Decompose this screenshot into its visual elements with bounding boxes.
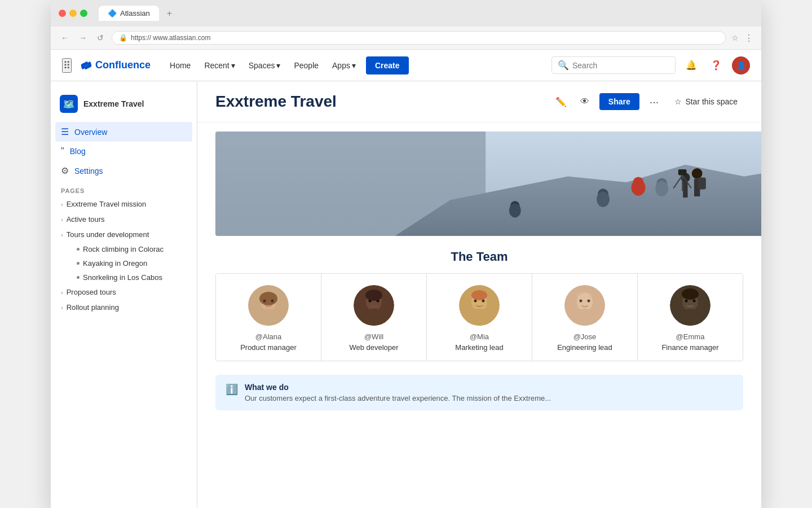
bullet-icon	[77, 248, 80, 251]
blog-icon: "	[61, 146, 64, 156]
info-text: Our customers expect a first-class adven…	[245, 394, 551, 402]
team-handle-emma: @Emma	[676, 332, 705, 341]
svg-rect-5	[678, 169, 687, 175]
team-role-alana: Product manager	[240, 343, 297, 352]
svg-point-49	[693, 300, 696, 303]
search-input[interactable]	[572, 61, 669, 70]
hero-image	[215, 132, 761, 236]
nav-recent[interactable]: Recent ▾	[198, 56, 240, 75]
address-bar[interactable]: 🔒 https:// www.atlassian.com	[112, 31, 726, 45]
more-options-button[interactable]: ···	[645, 93, 664, 111]
page-label: Active tours	[67, 215, 105, 224]
svg-point-37	[482, 300, 485, 303]
sidebar-nav: ☰ Overview " Blog ⚙ Settings	[51, 122, 197, 181]
page-label: Rollout planning	[67, 303, 119, 312]
svg-point-36	[474, 300, 477, 303]
nav-spaces[interactable]: Spaces ▾	[243, 56, 286, 75]
content-header: Exxtreme Travel ✏️ 👁 Share ··· ☆ Star th…	[197, 81, 761, 122]
page-label: Tours under development	[67, 230, 149, 239]
forward-button[interactable]: →	[77, 32, 89, 43]
space-name: Exxtreme Travel	[83, 99, 144, 108]
team-role-mia: Marketing lead	[455, 343, 503, 352]
share-button[interactable]: Share	[599, 93, 639, 110]
bell-icon: 🔔	[686, 60, 697, 71]
svg-point-31	[365, 290, 382, 301]
bookmark-icon[interactable]: ☆	[731, 33, 739, 42]
search-icon: 🔍	[558, 60, 569, 71]
sidebar-page-active-tours[interactable]: › Active tours	[51, 212, 197, 227]
info-content: What we do Our customers expect a first-…	[245, 383, 551, 402]
team-handle-will: @Will	[364, 332, 383, 341]
svg-point-9	[692, 168, 703, 179]
team-role-emma: Finance manager	[661, 343, 718, 352]
sidebar-sub-rock-climbing[interactable]: Rock climbing in Colorac	[71, 242, 197, 256]
browser-menu-icon[interactable]: ⋮	[744, 33, 753, 43]
svg-point-17	[597, 192, 610, 207]
info-box: ℹ️ What we do Our customers expect a fir…	[215, 375, 743, 410]
sidebar-page-rollout[interactable]: › Rollout planning	[51, 300, 197, 315]
svg-point-25	[271, 300, 274, 303]
sidebar-blog-label: Blog	[70, 147, 86, 156]
team-handle-jose: @Jose	[573, 332, 597, 341]
create-button[interactable]: Create	[366, 56, 409, 75]
recent-chevron-icon: ▾	[231, 61, 235, 70]
team-title: The Team	[215, 249, 743, 264]
watch-button[interactable]: 👁	[576, 93, 594, 111]
star-space-button[interactable]: ☆ Star this space	[669, 94, 743, 110]
edit-button[interactable]: ✏️	[552, 93, 570, 111]
page-chevron-icon: ›	[61, 304, 63, 311]
grid-icon[interactable]: ⠿	[62, 58, 72, 73]
search-box[interactable]: 🔍	[551, 56, 676, 74]
content-area: Exxtreme Travel ✏️ 👁 Share ··· ☆ Star th…	[197, 81, 761, 508]
sidebar-page-tours-dev[interactable]: › Tours under development	[51, 227, 197, 242]
sidebar-page-proposed[interactable]: › Proposed tours	[51, 284, 197, 300]
sidebar-sub-pages: Rock climbing in Colorac Kayaking in Ore…	[51, 242, 197, 284]
sidebar: 🗺️ Exxtreme Travel ☰ Overview " Blog ⚙ S…	[51, 81, 197, 508]
team-card-jose: @Jose Engineering lead	[532, 274, 638, 361]
star-label: Star this space	[685, 97, 738, 106]
sidebar-page-item[interactable]: › Exxtreme Travel mission	[51, 196, 197, 212]
close-dot[interactable]	[59, 10, 66, 17]
avatar-jose	[564, 285, 605, 326]
notifications-button[interactable]: 🔔	[682, 56, 700, 75]
help-button[interactable]: ❓	[707, 56, 725, 75]
browser-window: 🔷 Atlassian + ← → ↺ 🔒 https:// www.atlas…	[51, 0, 761, 508]
sub-label: Rock climbing in Colorac	[83, 245, 164, 253]
new-tab-button[interactable]: +	[167, 8, 172, 19]
sidebar-sub-kayaking[interactable]: Kayaking in Oregon	[71, 256, 197, 270]
spaces-chevron-icon: ▾	[276, 61, 280, 70]
sub-label: Kayaking in Oregon	[83, 259, 147, 268]
settings-icon: ⚙	[61, 165, 69, 176]
pages-label: PAGES	[51, 181, 197, 196]
sidebar-item-blog[interactable]: " Blog	[55, 142, 192, 161]
team-card-alana: @Alana Product manager	[216, 274, 321, 361]
address-text: https:// www.atlassian.com	[131, 34, 210, 42]
avatar-emma	[670, 285, 710, 326]
page-chevron-icon: ›	[61, 201, 63, 208]
svg-point-15	[655, 181, 668, 196]
reload-button[interactable]: ↺	[95, 32, 106, 43]
sidebar-item-overview[interactable]: ☰ Overview	[55, 122, 192, 142]
svg-point-47	[682, 288, 699, 300]
back-button[interactable]: ←	[59, 32, 71, 43]
bullet-icon	[77, 262, 80, 265]
avatar-initials: 👤	[736, 61, 746, 70]
browser-tab[interactable]: 🔷 Atlassian	[99, 6, 159, 21]
nav-people[interactable]: People	[288, 56, 324, 75]
team-role-jose: Engineering lead	[557, 343, 612, 352]
maximize-dot[interactable]	[80, 10, 87, 17]
lock-icon: 🔒	[119, 34, 127, 42]
nav-apps[interactable]: Apps ▾	[326, 56, 361, 75]
window-controls	[59, 10, 87, 17]
minimize-dot[interactable]	[69, 10, 77, 17]
page-title: Exxtreme Travel	[215, 93, 552, 111]
team-handle-mia: @Mia	[470, 332, 489, 341]
confluence-logo-text: Confluence	[95, 59, 151, 71]
confluence-logo-icon	[81, 60, 92, 71]
nav-home[interactable]: Home	[164, 56, 196, 75]
team-section: The Team	[197, 236, 761, 370]
sidebar-item-settings[interactable]: ⚙ Settings	[55, 161, 192, 181]
sidebar-sub-snorkeling[interactable]: Snorkeling in Los Cabos	[71, 270, 197, 284]
sidebar-space-header: 🗺️ Exxtreme Travel	[51, 90, 197, 117]
user-avatar[interactable]: 👤	[732, 56, 750, 75]
